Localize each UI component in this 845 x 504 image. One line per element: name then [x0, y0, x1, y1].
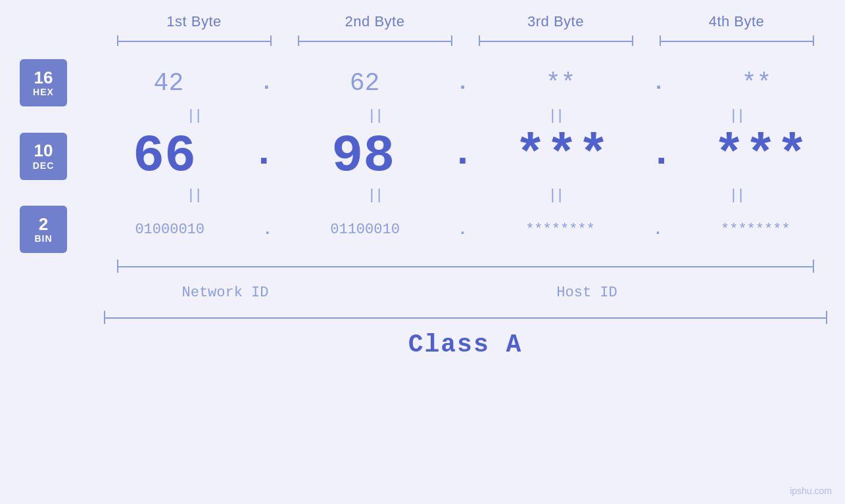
bin-dot-2: . [454, 221, 470, 239]
dec-badge-label: DEC [33, 160, 55, 171]
labels-row: Network ID Host ID [104, 285, 827, 301]
hex-dot-3: . [649, 71, 668, 95]
dec-dot-2: . [447, 133, 477, 179]
col-header-4: 4th Byte [646, 13, 827, 30]
hex-cell-1: 42 [80, 69, 257, 97]
top-bracket-row [104, 35, 827, 46]
dec-cell-2: 98 [279, 126, 447, 186]
network-bracket [104, 260, 347, 273]
col-header-3: 3rd Byte [466, 13, 646, 30]
host-id-label: Host ID [347, 285, 827, 301]
bin-dot-1: . [259, 221, 275, 239]
bin-badge-label: BIN [34, 233, 52, 244]
network-id-label: Network ID [104, 285, 347, 301]
host-bracket-right [813, 260, 814, 273]
class-label-row: Class A [104, 331, 827, 359]
equals-row-1: || || || || [104, 106, 827, 126]
dec-dot-3: . [646, 133, 677, 179]
dec-cells: 66 . 98 . *** . *** [80, 126, 845, 186]
bracket-3 [466, 35, 646, 46]
dec-cell-4: *** [677, 126, 845, 186]
host-bracket [347, 260, 827, 273]
dec-badge-number: 10 [34, 141, 53, 160]
bin-cell-1: 01000010 [80, 221, 259, 238]
bin-row: 2 BIN 01000010 . 01100010 . ******** . *… [0, 206, 845, 253]
bracket-2 [285, 35, 466, 46]
dec-badge: 10 DEC [20, 133, 67, 180]
hex-cell-3: ** [472, 69, 649, 97]
equals-row-2: || || || || [104, 186, 827, 206]
eq1: || [104, 109, 285, 124]
hex-cell-4: ** [668, 69, 845, 97]
eq6: || [285, 189, 466, 203]
hex-badge-number: 16 [34, 68, 53, 87]
bin-badge: 2 BIN [20, 206, 67, 253]
bin-cells: 01000010 . 01100010 . ******** . *******… [80, 221, 845, 239]
bracket-4 [646, 35, 827, 46]
watermark: ipshu.com [790, 486, 832, 496]
eq3: || [466, 109, 646, 124]
col-header-1: 1st Byte [104, 13, 285, 30]
dec-cell-3: *** [478, 126, 646, 186]
hex-row: 16 HEX 42 . 62 . ** . ** [0, 59, 845, 106]
col-header-2: 2nd Byte [285, 13, 466, 30]
dec-dot-1: . [249, 133, 279, 179]
eq7: || [466, 189, 646, 203]
hex-badge: 16 HEX [20, 59, 67, 106]
bottom-brackets [104, 260, 827, 279]
dec-row: 10 DEC 66 . 98 . *** . *** [0, 126, 845, 186]
main-container: 1st Byte 2nd Byte 3rd Byte 4th Byte 16 H… [0, 0, 845, 504]
hex-cells: 42 . 62 . ** . ** [80, 69, 845, 97]
hex-cell-2: 62 [276, 69, 453, 97]
bin-cell-3: ******** [471, 221, 650, 238]
hex-dot-2: . [453, 71, 472, 95]
bracket-1 [104, 35, 285, 46]
class-outer-bracket [104, 311, 827, 324]
bin-cell-2: 01100010 [276, 221, 454, 238]
eq5: || [104, 189, 285, 203]
header-row: 1st Byte 2nd Byte 3rd Byte 4th Byte [104, 13, 827, 30]
bin-badge-number: 2 [39, 215, 48, 234]
bin-cell-4: ******** [666, 221, 845, 238]
dec-cell-1: 66 [80, 126, 249, 186]
eq2: || [285, 109, 466, 124]
hex-dot-1: . [257, 71, 276, 95]
hex-badge-label: HEX [33, 87, 54, 97]
bin-dot-3: . [650, 221, 665, 239]
class-label: Class A [408, 331, 523, 359]
eq4: || [646, 109, 827, 124]
class-bracket-right [826, 311, 827, 324]
eq8: || [646, 189, 827, 203]
